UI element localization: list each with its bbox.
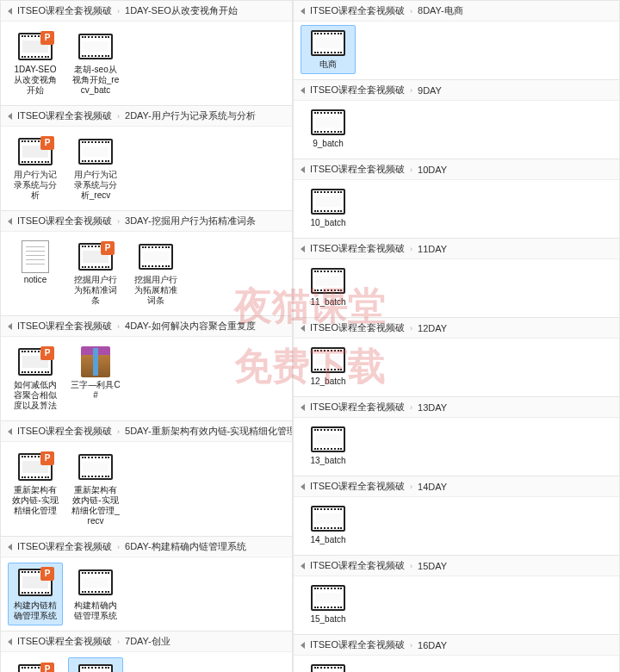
breadcrumb[interactable]: ITSEO课程全套视频破›7DAY-创业 [1,632,292,652]
breadcrumb[interactable]: ITSEO课程全套视频破›2DAY-用户行为记录系统与分析 [1,106,292,127]
breadcrumb[interactable]: ITSEO课程全套视频破›16DAY [294,635,619,656]
file-item[interactable]: 挖掘用户行为拓展精准词条 [128,237,183,310]
file-item[interactable]: 10_batch [301,184,356,233]
file-item[interactable]: 电商 [301,25,356,74]
back-icon[interactable] [301,325,305,332]
breadcrumb[interactable]: ITSEO课程全套视频破›4DAY-如何解决内容聚合重复度 [1,316,292,337]
file-item[interactable]: P构建内链精确管理系统 [8,563,63,625]
breadcrumb[interactable]: ITSEO课程全套视频破›10DAY [294,159,619,180]
breadcrumb-root[interactable]: ITSEO课程全套视频破 [17,320,112,333]
file-item[interactable]: 12_batch [301,342,356,391]
breadcrumb-leaf[interactable]: 9DAY [418,85,442,96]
breadcrumb-root[interactable]: ITSEO课程全套视频破 [310,321,405,334]
breadcrumb-leaf[interactable]: 1DAY-SEO从改变视角开始 [125,4,238,17]
breadcrumb[interactable]: ITSEO课程全套视频破›5DAY-重新架构有效内链-实现精细化管理 [1,421,292,442]
file-item[interactable]: 11_batch [301,263,356,312]
breadcrumb-root[interactable]: ITSEO课程全套视频破 [310,638,405,651]
back-icon[interactable] [8,8,12,15]
breadcrumb-root[interactable]: ITSEO课程全套视频破 [310,163,405,176]
back-icon[interactable] [301,246,305,252]
back-icon[interactable] [8,113,12,120]
breadcrumb[interactable]: ITSEO课程全套视频破›3DAY-挖掘用户行为拓精准词条 [1,211,292,232]
breadcrumb-root[interactable]: ITSEO课程全套视频破 [17,540,112,553]
file-item[interactable]: 创业_recv [68,657,123,672]
back-icon[interactable] [301,87,305,94]
breadcrumb-root[interactable]: ITSEO课程全套视频破 [17,215,112,227]
breadcrumb-root[interactable]: ITSEO课程全套视频破 [17,635,112,648]
breadcrumb-root[interactable]: ITSEO课程全套视频破 [310,480,405,493]
file-thumbnail [77,451,115,482]
file-item[interactable]: 三字—利具C# [68,342,123,415]
breadcrumb-leaf[interactable]: 5DAY-重新架构有效内链-实现精细化管理 [125,425,292,438]
file-thumbnail: P [16,662,54,672]
back-icon[interactable] [8,218,12,225]
breadcrumb-leaf[interactable]: 16DAY [418,640,447,650]
items-area: P用户行为记录系统与分析用户行为记录系统与分析_recv [1,127,292,210]
file-label: notice [24,275,47,285]
file-item[interactable]: 老胡-seo从视角开始_recv_batc [68,27,123,100]
breadcrumb-leaf[interactable]: 14DAY [418,482,447,492]
file-item[interactable]: P重新架构有效内链-实现精细化管理 [8,447,63,531]
file-item[interactable]: 构建精确内链管理系统 [68,563,123,625]
file-item[interactable]: 16_batch [301,659,356,672]
breadcrumb[interactable]: ITSEO课程全套视频破›15DAY [294,556,619,576]
breadcrumb-leaf[interactable]: 7DAY-创业 [125,635,170,648]
ppt-icon: P [18,138,53,165]
breadcrumb-leaf[interactable]: 3DAY-挖掘用户行为拓精准词条 [125,215,256,227]
file-item[interactable]: 15_batch [301,580,356,629]
video-icon [311,347,345,373]
breadcrumb-leaf[interactable]: 11DAY [418,244,447,254]
file-item[interactable]: 13_batch [301,421,356,470]
breadcrumb-leaf[interactable]: 10DAY [418,165,447,175]
breadcrumb-leaf[interactable]: 8DAY-电商 [418,4,463,17]
back-icon[interactable] [8,428,12,435]
file-item[interactable]: P挖掘用户行为拓精准词条 [68,237,123,310]
file-item[interactable]: P用户行为记录系统与分析 [8,132,63,205]
breadcrumb[interactable]: ITSEO课程全套视频破›13DAY [294,397,619,418]
breadcrumb-leaf[interactable]: 12DAY [418,323,447,333]
breadcrumb-leaf[interactable]: 6DAY-构建精确内链管理系统 [125,540,246,553]
back-icon[interactable] [301,404,305,411]
file-item[interactable]: 9_batch [301,104,356,153]
breadcrumb-leaf[interactable]: 2DAY-用户行为记录系统与分析 [125,109,256,122]
breadcrumb-leaf[interactable]: 13DAY [418,402,447,413]
breadcrumb[interactable]: ITSEO课程全套视频破›6DAY-构建精确内链管理系统 [1,537,292,557]
file-label: 挖掘用户行为拓精准词条 [71,275,121,306]
back-icon[interactable] [8,638,12,645]
file-thumbnail [77,136,115,167]
back-icon[interactable] [301,483,305,490]
back-icon[interactable] [8,544,12,551]
breadcrumb[interactable]: ITSEO课程全套视频破›12DAY [294,318,619,339]
video-icon [311,426,345,452]
breadcrumb[interactable]: ITSEO课程全套视频破›1DAY-SEO从改变视角开始 [1,1,292,22]
back-icon[interactable] [8,323,12,330]
file-thumbnail [311,29,345,57]
breadcrumb-root[interactable]: ITSEO课程全套视频破 [310,84,405,96]
breadcrumb-root[interactable]: ITSEO课程全套视频破 [310,242,405,255]
file-item[interactable]: 用户行为记录系统与分析_recv [68,132,123,205]
back-icon[interactable] [301,642,305,649]
file-item[interactable]: P如何减低内容聚合相似度以及算法 [8,342,63,415]
breadcrumb[interactable]: ITSEO课程全套视频破›11DAY [294,239,619,259]
breadcrumb-root[interactable]: ITSEO课程全套视频破 [17,109,112,122]
file-item[interactable]: 14_batch [301,501,356,550]
breadcrumb-leaf[interactable]: 4DAY-如何解决内容聚合重复度 [125,320,256,333]
back-icon[interactable] [301,8,305,15]
breadcrumb-root[interactable]: ITSEO课程全套视频破 [17,4,112,17]
file-item[interactable]: P1DAY-SEO从改变视角开始 [8,27,63,100]
breadcrumb-root[interactable]: ITSEO课程全套视频破 [310,559,405,572]
back-icon[interactable] [301,166,305,173]
file-item[interactable]: notice [8,237,63,310]
file-item[interactable]: 重新架构有效内链-实现精细化管理_recv [68,447,123,531]
back-icon[interactable] [301,563,305,569]
breadcrumb[interactable]: ITSEO课程全套视频破›14DAY [294,476,619,497]
file-item[interactable]: P创业 [8,657,63,672]
breadcrumb-root[interactable]: ITSEO课程全套视频破 [310,4,405,17]
chevron-right-icon: › [410,482,412,491]
breadcrumb-leaf[interactable]: 15DAY [418,561,447,571]
breadcrumb-root[interactable]: ITSEO课程全套视频破 [310,401,405,414]
breadcrumb-root[interactable]: ITSEO课程全套视频破 [17,425,112,438]
breadcrumb[interactable]: ITSEO课程全套视频破›9DAY [294,80,619,101]
breadcrumb[interactable]: ITSEO课程全套视频破›8DAY-电商 [294,1,619,22]
items-area: P构建内链精确管理系统构建精确内链管理系统 [1,557,292,631]
